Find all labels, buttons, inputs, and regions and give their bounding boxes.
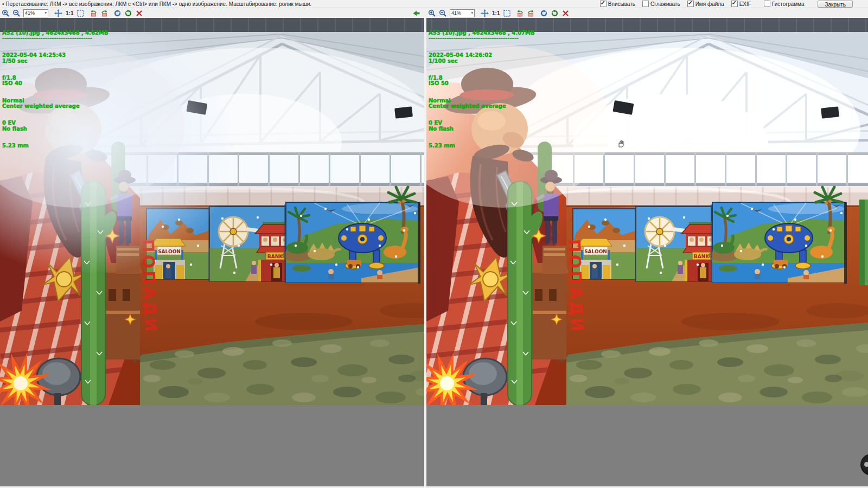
- image-pane-left: A52 (10).jpg , 4624x3468 , 4.62MB-------…: [0, 18, 424, 486]
- checkbox-filename[interactable]: Имя файла: [687, 1, 724, 7]
- actual-size-button[interactable]: 1:1: [65, 10, 74, 16]
- checkbox-histogram-box[interactable]: [764, 1, 770, 7]
- rotate-right-icon[interactable]: [527, 9, 535, 17]
- toolbar-row: 41%▾ 1:1 41%▾ 1:1: [0, 8, 868, 18]
- redo-icon[interactable]: [551, 9, 559, 17]
- selection-frame-icon[interactable]: [503, 9, 511, 17]
- hint-text: • Перетаскивание: ЛКМ -> все изображения…: [0, 1, 311, 7]
- floating-button-glyph: [864, 462, 868, 467]
- exif-overlay-right: A53 (10).jpg , 4624x3468 , 4.07MB-------…: [429, 19, 535, 160]
- checkbox-fit-box[interactable]: [600, 1, 607, 7]
- fit-to-window-icon[interactable]: [481, 9, 489, 17]
- checkbox-smooth[interactable]: Сглаживать: [642, 1, 680, 7]
- view-options: Вписывать Сглаживать Имя файла EXIF Гист…: [600, 1, 868, 8]
- remove-image-icon[interactable]: [561, 9, 570, 17]
- close-button[interactable]: Закрыть: [818, 1, 853, 8]
- selection-frame-icon[interactable]: [76, 9, 85, 17]
- checkbox-histogram[interactable]: Гистограмма: [764, 1, 805, 7]
- zoom-level-select[interactable]: 41%▾: [450, 9, 475, 17]
- undo-icon[interactable]: [113, 9, 122, 17]
- zoom-out-icon[interactable]: [12, 9, 21, 17]
- remove-image-icon[interactable]: [135, 9, 143, 17]
- redo-icon[interactable]: [124, 9, 132, 17]
- rotate-left-icon[interactable]: [516, 9, 524, 17]
- checkbox-exif-box[interactable]: [731, 1, 738, 7]
- pane-background: [426, 405, 868, 486]
- chevron-down-icon: ▾: [44, 11, 47, 15]
- toolbar-right-pane: 41%▾ 1:1: [428, 8, 591, 18]
- compare-images-window: • Перетаскивание: ЛКМ -> все изображения…: [0, 0, 868, 488]
- photo-left[interactable]: A52 (10).jpg , 4624x3468 , 4.62MB-------…: [0, 18, 424, 405]
- chevron-down-icon: ▾: [471, 11, 473, 15]
- exif-overlay-left: A52 (10).jpg , 4624x3468 , 4.62MB-------…: [2, 19, 108, 160]
- actual-size-button[interactable]: 1:1: [492, 10, 500, 16]
- rotate-left-icon[interactable]: [90, 9, 98, 17]
- move-to-left-pane-icon[interactable]: [412, 9, 420, 17]
- zoom-level-select[interactable]: 41%▾: [23, 9, 48, 17]
- pane-background: [0, 405, 424, 486]
- checkbox-smooth-box[interactable]: [642, 1, 649, 7]
- checkbox-exif[interactable]: EXIF: [731, 1, 751, 7]
- photo-right[interactable]: A53 (10).jpg , 4624x3468 , 4.07MB-------…: [426, 18, 868, 405]
- zoom-out-icon[interactable]: [439, 9, 447, 17]
- hand-cursor-icon: [616, 139, 625, 148]
- zoom-in-icon[interactable]: [2, 9, 10, 17]
- hint-bar: • Перетаскивание: ЛКМ -> все изображения…: [0, 0, 868, 8]
- undo-icon[interactable]: [540, 9, 548, 17]
- fit-to-window-icon[interactable]: [54, 9, 62, 17]
- image-pane-right: A53 (10).jpg , 4624x3468 , 4.07MB-------…: [426, 18, 868, 486]
- checkbox-filename-box[interactable]: [687, 1, 694, 7]
- zoom-in-icon[interactable]: [428, 9, 436, 17]
- toolbar-left-pane: 41%▾ 1:1: [2, 8, 424, 18]
- checkbox-fit[interactable]: Вписывать: [600, 1, 635, 7]
- rotate-right-icon[interactable]: [100, 9, 108, 17]
